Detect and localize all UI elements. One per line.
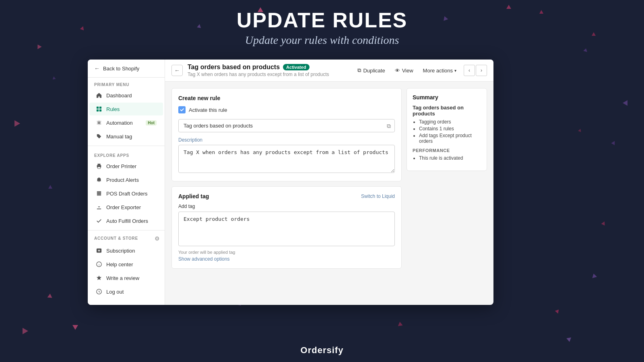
applied-tag-card: Applied tag Switch to Liquid Add tag Exc… bbox=[171, 186, 402, 269]
description-textarea[interactable]: Tag X when orders has any products excep… bbox=[178, 145, 395, 173]
deco-tri-25 bbox=[611, 140, 616, 145]
summary-panel: Summary Tag orders based on products Tag… bbox=[407, 88, 487, 298]
logout-icon bbox=[96, 288, 102, 295]
deco-tri-18 bbox=[591, 273, 597, 278]
main-headline: UPDATE RULES bbox=[0, 8, 644, 32]
svg-rect-3 bbox=[99, 109, 101, 111]
activate-rule-label: Activate this rule bbox=[189, 107, 227, 113]
summary-bullet-2: Add tags Except product orders bbox=[419, 133, 481, 144]
summary-bullet-1: Contains 1 rules bbox=[419, 126, 481, 132]
status-badge: Activated bbox=[283, 64, 310, 70]
rule-name-row: ⧉ bbox=[178, 119, 395, 132]
order-printer-label: Order Printer bbox=[106, 163, 136, 169]
pos-draft-label: POS Draft Orders bbox=[106, 191, 148, 197]
svg-rect-9 bbox=[97, 195, 101, 196]
topbar-subtitle: Tag X when orders has any products excep… bbox=[188, 72, 350, 77]
help-center-label: Help center bbox=[106, 261, 133, 267]
checkmark-icon bbox=[180, 108, 184, 112]
sidebar-item-manual-tag[interactable]: Manual tag bbox=[89, 130, 163, 143]
topbar: ← Tag orders based on products Activated… bbox=[165, 60, 493, 82]
write-review-label: Write a review bbox=[106, 275, 139, 281]
account-section-header: ACCOUNT & STORE ⚙ bbox=[88, 233, 165, 244]
deco-tri-19 bbox=[47, 293, 53, 298]
ui-window: ← Back to Shopify PRIMARY MENU Dashboard… bbox=[88, 60, 493, 305]
sidebar-item-write-review[interactable]: Write a review bbox=[89, 272, 163, 284]
settings-gear-icon[interactable]: ⚙ bbox=[155, 235, 160, 242]
topbar-title: Tag orders based on products bbox=[188, 64, 280, 71]
duplicate-button[interactable]: ⧉ Duplicate bbox=[355, 66, 387, 75]
account-store-label: ACCOUNT & STORE bbox=[94, 234, 138, 242]
more-actions-button[interactable]: More actions ▾ bbox=[421, 66, 459, 75]
deco-tri-14 bbox=[14, 120, 20, 127]
page-header: UPDATE RULES Update your rules with cond… bbox=[0, 8, 644, 47]
dashboard-label: Dashboard bbox=[106, 93, 132, 99]
show-advanced-link[interactable]: Show advanced options bbox=[178, 256, 395, 262]
svg-rect-1 bbox=[99, 107, 101, 109]
view-button[interactable]: 👁 View bbox=[392, 66, 416, 75]
duplicate-icon: ⧉ bbox=[357, 67, 361, 74]
svg-text:i: i bbox=[99, 263, 99, 267]
auto-fulfill-label: Auto Fulfill Orders bbox=[106, 218, 148, 224]
sidebar-item-dashboard[interactable]: Dashboard bbox=[89, 89, 163, 102]
back-to-shopify-button[interactable]: ← Back to Shopify bbox=[88, 60, 165, 78]
svg-rect-0 bbox=[97, 107, 99, 109]
activate-checkbox[interactable] bbox=[178, 106, 186, 113]
rule-name-input[interactable] bbox=[178, 119, 395, 132]
export-icon bbox=[96, 204, 102, 210]
automation-label: Automation bbox=[106, 120, 133, 126]
sidebar-item-pos-draft[interactable]: POS Draft Orders bbox=[89, 187, 163, 200]
chevron-left-icon: ‹ bbox=[469, 68, 470, 73]
divider-2 bbox=[88, 230, 165, 230]
sidebar: ← Back to Shopify PRIMARY MENU Dashboard… bbox=[88, 60, 165, 305]
deco-tri-15 bbox=[623, 100, 627, 106]
tag-hint: Your order will be applied tag bbox=[178, 250, 395, 255]
svg-rect-7 bbox=[97, 191, 101, 193]
back-to-shopify-label: Back to Shopify bbox=[103, 66, 139, 72]
topbar-back-button[interactable]: ← bbox=[171, 65, 183, 76]
sidebar-item-auto-fulfill[interactable]: Auto Fulfill Orders bbox=[89, 214, 163, 227]
manual-tag-label: Manual tag bbox=[106, 134, 132, 140]
switch-to-liquid-link[interactable]: Switch to Liquid bbox=[361, 193, 395, 199]
activate-checkbox-row: Activate this rule bbox=[178, 106, 395, 113]
divider-1 bbox=[88, 146, 165, 146]
deco-tri-21 bbox=[578, 128, 582, 132]
check-icon bbox=[96, 218, 102, 224]
deco-tri-13 bbox=[23, 328, 28, 334]
dollar-icon bbox=[96, 247, 102, 254]
footer-brand: Ordersify bbox=[301, 345, 344, 355]
sidebar-item-order-printer[interactable]: Order Printer bbox=[89, 160, 163, 173]
svg-rect-8 bbox=[97, 193, 101, 195]
sidebar-item-help-center[interactable]: i Help center bbox=[89, 258, 163, 271]
log-out-label: Log out bbox=[106, 289, 124, 295]
summary-bullet-0: Tagging orders bbox=[419, 119, 481, 125]
deco-tri-20 bbox=[52, 76, 56, 79]
add-tag-label: Add tag bbox=[178, 204, 395, 209]
deco-tri-16 bbox=[48, 185, 52, 189]
star-icon bbox=[96, 275, 102, 281]
deco-tri-17 bbox=[601, 220, 607, 225]
layers-icon bbox=[96, 190, 102, 197]
sidebar-item-rules[interactable]: Rules bbox=[89, 103, 163, 115]
back-arrow-icon: ← bbox=[94, 65, 100, 72]
sidebar-item-automation[interactable]: Automation Hot bbox=[89, 116, 163, 129]
deco-tri-12 bbox=[555, 310, 560, 315]
topbar-back-arrow-icon: ← bbox=[174, 67, 180, 74]
sidebar-item-subscription[interactable]: Subscription bbox=[89, 244, 163, 257]
deco-tri-11 bbox=[566, 337, 572, 342]
nav-next-button[interactable]: › bbox=[476, 65, 487, 76]
content-body: Create new rule Activate this rule ⧉ bbox=[165, 82, 493, 305]
sidebar-item-product-alerts[interactable]: Product Alerts bbox=[89, 173, 163, 186]
applied-tag-header: Applied tag Switch to Liquid bbox=[178, 193, 395, 200]
eye-icon: 👁 bbox=[395, 68, 400, 74]
chevron-right-icon: › bbox=[481, 68, 482, 73]
nav-prev-button[interactable]: ‹ bbox=[464, 65, 475, 76]
view-label: View bbox=[402, 68, 413, 74]
summary-title: Summary bbox=[413, 94, 481, 101]
main-content: ← Tag orders based on products Activated… bbox=[165, 60, 493, 305]
gear-icon bbox=[96, 119, 102, 126]
sidebar-item-order-exporter[interactable]: Order Exporter bbox=[89, 201, 163, 214]
tag-icon bbox=[96, 133, 102, 140]
tag-textarea[interactable]: Except product orders bbox=[178, 212, 395, 246]
summary-bullets: Tagging orders Contains 1 rules Add tags… bbox=[413, 119, 481, 144]
sidebar-item-log-out[interactable]: Log out bbox=[89, 285, 163, 298]
